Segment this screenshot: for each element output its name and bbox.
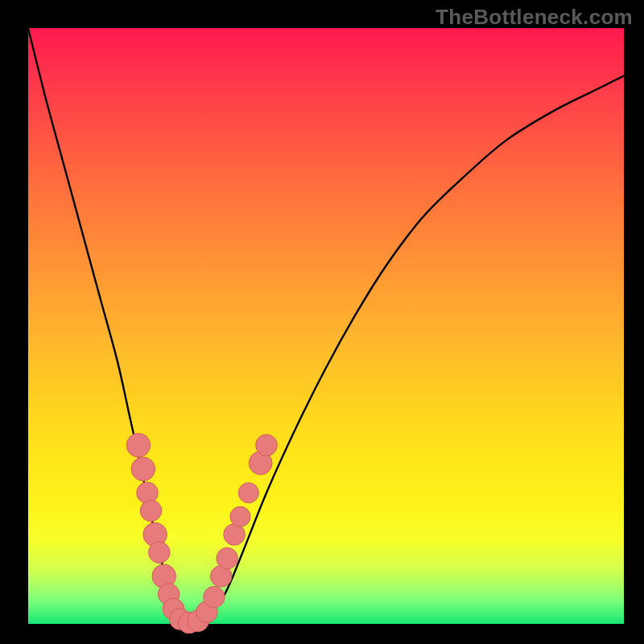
bottleneck-curve-path bbox=[28, 28, 624, 624]
curve-marker bbox=[131, 457, 155, 481]
curve-marker bbox=[256, 435, 278, 456]
curve-marker bbox=[204, 586, 225, 608]
curve-markers bbox=[126, 433, 277, 634]
curve-marker bbox=[140, 500, 162, 522]
curve-svg bbox=[28, 28, 624, 624]
outer-frame: TheBottleneck.com bbox=[0, 0, 644, 644]
curve-marker bbox=[217, 547, 238, 569]
plot-area bbox=[28, 28, 624, 624]
curve-marker bbox=[238, 483, 258, 503]
curve-marker bbox=[230, 506, 250, 526]
curve-marker bbox=[126, 433, 151, 457]
curve-marker bbox=[149, 542, 171, 564]
watermark-text: TheBottleneck.com bbox=[436, 5, 633, 30]
